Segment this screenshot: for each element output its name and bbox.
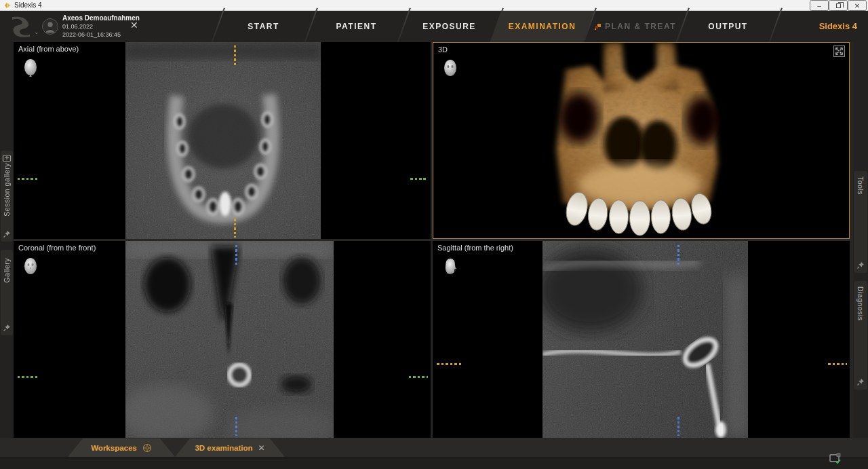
workspace-settings-icon — [142, 443, 152, 453]
patient-date: 01.06.2022 — [62, 22, 140, 31]
viewport-axial[interactable]: Axial (from above) — [14, 42, 431, 239]
viewport-coronal[interactable]: Coronal (from the front) — [14, 241, 431, 438]
tab-output[interactable]: OUTPUT — [682, 11, 774, 42]
sidebar-item-label: Gallery — [3, 258, 11, 283]
tab-workspaces[interactable]: Workspaces — [68, 438, 175, 457]
sidexis-logo[interactable] — [9, 16, 33, 37]
orientation-head-icon — [442, 58, 458, 79]
close-tab-icon[interactable]: ✕ — [258, 443, 264, 453]
viewport-label: Axial (from above) — [18, 45, 79, 53]
left-rail: Session gallery Gallery — [0, 42, 14, 438]
crosshair-line[interactable] — [234, 219, 236, 238]
crosshair-line[interactable] — [409, 376, 428, 378]
sidebar-item-label: Diagnosis — [856, 286, 865, 321]
workspace-tab-bar: Workspaces 3D examination ✕ — [0, 438, 868, 457]
pin-icon[interactable] — [856, 261, 865, 270]
tab-exposure[interactable]: EXPOSURE — [403, 11, 496, 42]
viewport-grid: Axial (from above) — [14, 42, 853, 438]
pin-icon[interactable] — [2, 323, 12, 333]
sidebar-item-session-gallery[interactable]: Session gallery — [1, 151, 13, 242]
session-gallery-icon — [2, 153, 12, 163]
patient-info: Axeos Demoaufnahmen 01.06.2022 2022-06-0… — [62, 14, 140, 39]
tab-start[interactable]: START — [217, 11, 310, 42]
crosshair-line[interactable] — [828, 363, 847, 365]
app-icon — [4, 2, 11, 9]
window-titlebar: Sidexis 4 – ✕ — [0, 0, 868, 11]
minimize-button[interactable]: – — [810, 0, 829, 11]
viewport-sagittal[interactable]: Sagittal (from the right) — [433, 241, 850, 438]
sidebar-item-label: Tools — [856, 176, 865, 195]
patient-avatar — [42, 18, 58, 35]
status-bar — [0, 457, 868, 469]
close-patient-button[interactable]: ✕ — [130, 20, 138, 31]
restore-icon — [836, 3, 841, 8]
crosshair-line[interactable] — [235, 417, 237, 436]
patient-name: Axeos Demoaufnahmen — [62, 14, 140, 22]
app-header: ⌄ Axeos Demoaufnahmen 01.06.2022 2022-06… — [0, 11, 868, 42]
restore-button[interactable] — [829, 0, 848, 11]
fullscreen-icon[interactable] — [833, 45, 845, 57]
main-area: Session gallery Gallery Axial (from abov… — [0, 42, 868, 438]
volume-render-image[interactable] — [433, 43, 849, 238]
monitor-check-icon[interactable] — [829, 453, 842, 466]
close-window-button[interactable]: ✕ — [848, 0, 867, 11]
orientation-head-icon — [22, 257, 39, 277]
axial-ct-image[interactable] — [125, 42, 321, 239]
crosshair-line[interactable] — [18, 178, 39, 180]
crosshair-line[interactable] — [234, 45, 236, 66]
crosshair-line[interactable] — [677, 245, 679, 265]
viewport-3d[interactable]: 3D — [433, 42, 850, 239]
tab-plan-treat: PLAN & TREAT — [584, 11, 687, 42]
pin-icon[interactable] — [2, 229, 12, 239]
pin-icon[interactable] — [856, 377, 865, 387]
orientation-head-icon — [22, 58, 39, 78]
viewport-label: Coronal (from the front) — [18, 244, 96, 252]
plan-treat-icon — [595, 24, 601, 30]
sagittal-ct-image[interactable] — [542, 241, 748, 438]
sidebar-item-label: Session gallery — [3, 163, 11, 217]
sidebar-item-diagnosis[interactable]: Diagnosis — [854, 281, 867, 390]
viewport-label: Sagittal (from the right) — [437, 244, 513, 252]
crosshair-line[interactable] — [410, 178, 428, 180]
brand-label: Sidexis 4 — [819, 11, 857, 42]
viewport-label: 3D — [438, 45, 448, 54]
patient-session: 2022-06-01_16:36:45 — [62, 31, 140, 39]
chevron-down-icon[interactable]: ⌄ — [34, 29, 39, 35]
crosshair-line[interactable] — [18, 376, 39, 378]
sidebar-item-tools[interactable]: Tools — [854, 171, 867, 273]
tab-3d-examination[interactable]: 3D examination ✕ — [175, 438, 285, 457]
tab-patient[interactable]: PATIENT — [310, 11, 403, 42]
tab-examination[interactable]: EXAMINATION — [496, 11, 589, 42]
right-rail: Tools Diagnosis — [853, 42, 868, 438]
crosshair-line[interactable] — [235, 245, 237, 265]
orientation-head-icon — [441, 257, 458, 277]
window-title: Sidexis 4 — [14, 1, 42, 9]
sidebar-item-gallery[interactable]: Gallery — [1, 250, 13, 335]
crosshair-line[interactable] — [677, 417, 679, 436]
coronal-ct-image[interactable] — [125, 241, 334, 438]
crosshair-line[interactable] — [437, 363, 461, 365]
